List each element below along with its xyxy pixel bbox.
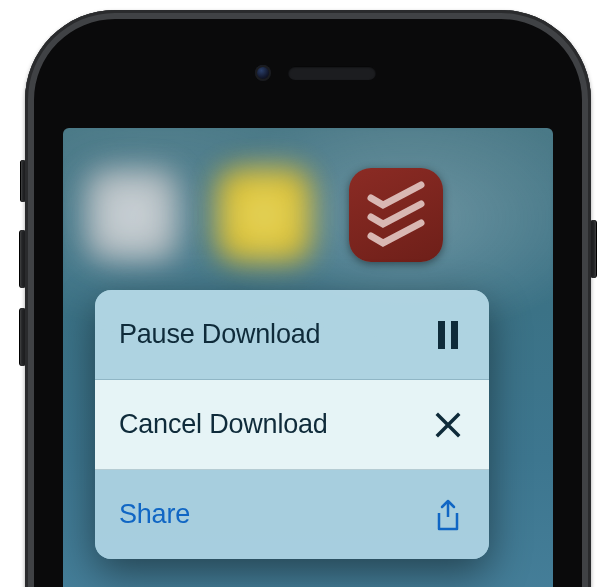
home-icon-row <box>63 168 553 262</box>
action-label: Pause Download <box>119 319 320 350</box>
svg-rect-1 <box>451 321 458 349</box>
app-icon-todoist[interactable] <box>349 168 443 262</box>
share-icon <box>433 500 463 530</box>
app-icon-blurred-2 <box>217 168 311 262</box>
action-label: Share <box>119 499 190 530</box>
share-action[interactable]: Share <box>95 470 489 559</box>
pause-icon <box>433 320 463 350</box>
action-label: Cancel Download <box>119 409 328 440</box>
screen: Pause Download Cancel Download Shar <box>63 128 553 587</box>
app-icon-blurred-1 <box>85 168 179 262</box>
svg-rect-0 <box>438 321 445 349</box>
cancel-download-action[interactable]: Cancel Download <box>95 380 489 470</box>
todoist-icon <box>349 168 443 262</box>
pause-download-action[interactable]: Pause Download <box>95 290 489 380</box>
quick-actions-menu: Pause Download Cancel Download Shar <box>95 290 489 559</box>
earpiece-speaker <box>288 66 376 80</box>
front-camera <box>255 65 271 81</box>
iphone-frame: Pause Download Cancel Download Shar <box>25 10 591 587</box>
close-icon <box>433 410 463 440</box>
